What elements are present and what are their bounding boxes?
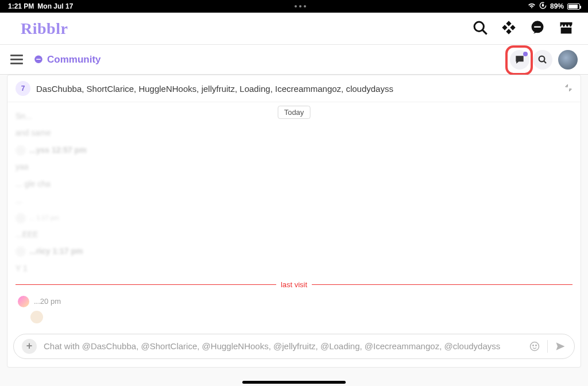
recent-time: ...20 pm (34, 297, 61, 306)
svg-point-11 (533, 345, 534, 346)
page-title[interactable]: Community (33, 54, 101, 65)
svg-point-1 (474, 22, 483, 31)
user-avatar[interactable] (558, 50, 578, 70)
store-icon[interactable] (558, 20, 574, 38)
messages-button[interactable] (510, 50, 529, 70)
app-top-bar: Ribblr (0, 13, 588, 45)
composer-divider (547, 340, 548, 353)
message-input[interactable] (44, 341, 522, 351)
chat-bubble-icon[interactable] (529, 20, 546, 38)
multitask-dots (295, 5, 306, 7)
chat-body[interactable]: Today Sn... and same ...yss 12:57 pm yaa… (7, 102, 581, 323)
battery-percent: 89% (550, 2, 564, 10)
ios-status-bar: 1:21 PM Mon Jul 17 89% (0, 0, 588, 13)
attach-button[interactable]: + (22, 339, 37, 354)
search-icon[interactable] (472, 20, 488, 38)
collapse-icon[interactable] (564, 84, 572, 94)
last-visit-divider: last visit (16, 280, 572, 289)
emoji-icon[interactable] (529, 341, 540, 352)
status-time: 1:21 PM (8, 2, 34, 10)
notification-dot (523, 52, 528, 56)
svg-point-12 (536, 345, 537, 346)
svg-rect-4 (534, 26, 541, 27)
community-icon (33, 55, 44, 65)
svg-line-2 (483, 30, 487, 34)
page-title-text: Community (47, 54, 101, 65)
svg-point-8 (539, 56, 545, 61)
orientation-lock-icon (539, 2, 547, 11)
participant-count-badge: 7 (16, 81, 30, 96)
brand-logo[interactable]: Ribblr (21, 20, 68, 38)
recent-message-meta: ...20 pm (16, 296, 572, 307)
chat-header[interactable]: 7 DasChubba, ShortClarice, HuggleNHooks,… (7, 75, 581, 102)
status-date: Mon Jul 17 (37, 2, 73, 10)
svg-line-9 (544, 61, 546, 63)
battery-icon (567, 3, 580, 10)
wifi-icon (528, 2, 536, 10)
pix-icon[interactable] (501, 20, 517, 38)
send-icon[interactable] (555, 341, 566, 352)
svg-rect-7 (36, 59, 41, 60)
message-composer: + (13, 334, 575, 359)
search-small-icon (537, 55, 548, 65)
svg-rect-5 (561, 28, 572, 34)
search-small-button[interactable] (533, 50, 552, 70)
home-indicator[interactable] (242, 381, 346, 384)
svg-point-10 (531, 342, 539, 350)
community-header: Community (0, 45, 588, 75)
menu-icon[interactable] (10, 55, 23, 64)
chat-panel: 7 DasChubba, ShortClarice, HuggleNHooks,… (7, 75, 581, 368)
participants-list: DasChubba, ShortClarice, HuggleNHooks, j… (36, 84, 559, 94)
faded-history: Sn... and same ...yss 12:57 pm yaa ... g… (16, 107, 572, 277)
avatar-small (18, 296, 29, 307)
attachment-thumb[interactable] (30, 311, 43, 323)
